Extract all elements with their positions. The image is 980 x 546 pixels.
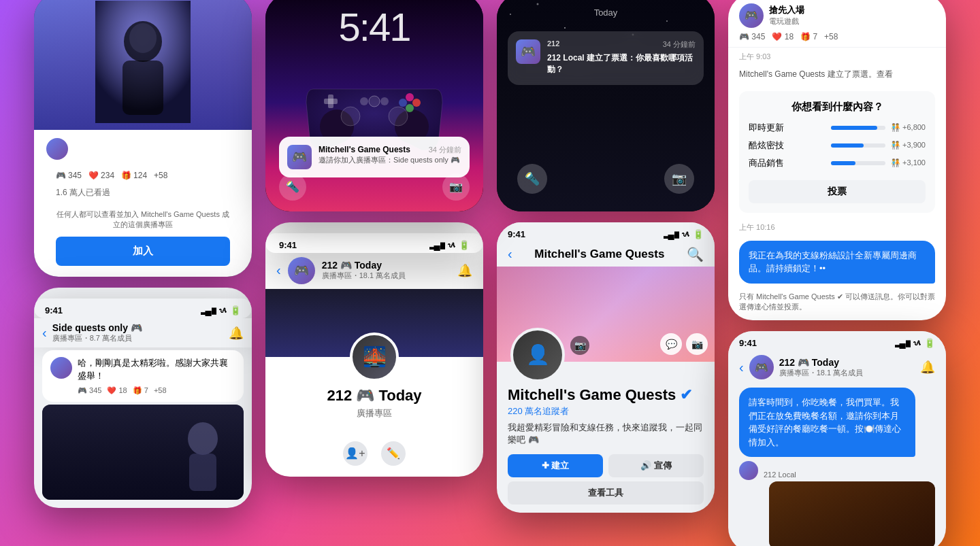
phone-col1-bottom: 9:41 ▂▄▆ ᝰ 🔋 ‹ Side quests only 🎮 廣播專區・8… [34,288,252,507]
search-icon-col3-bottom[interactable]: 🔍 [687,246,704,262]
rec-item-2: 酷炫密技 🧑‍🤝‍🧑 +3,900 [749,139,926,152]
back-btn-col3-bottom[interactable]: ‹ [508,246,512,262]
msg-channel-info-col4-bottom: 212 🎮 Today 廣播專區・18.1 萬名成員 [779,357,915,378]
heart-r: ❤️ 18 [772,32,794,41]
tools-button-col3-bottom[interactable]: 查看工具 [508,481,704,505]
msg-bubble-col4-top: 我正在為我的支線粉絲設計全新專屬周邊商品。請持續鎖定！•• [739,241,935,284]
timestamp1-col4-top: 上午 9:03 [728,48,946,66]
lock-notif-app-col3: 212 [547,39,559,50]
msg-channel-sub-col4-bottom: 廣播專區・18.1 萬名成員 [779,368,915,378]
svg-rect-9 [324,99,338,104]
dark-image-col4-bottom [769,481,935,546]
heart-reaction: ❤️ 234 [88,171,114,180]
bell-icon-col2-bottom[interactable]: 🔔 [457,263,472,278]
timestamp2-col4-top: 上午 10:16 [728,218,946,237]
back-btn-col4-bottom[interactable]: ‹ [739,360,744,375]
page-category-col4-top: 電玩遊戲 [769,16,804,27]
notif-title-col2: Mitchell's Game Quests [318,145,410,155]
add-member-icon[interactable]: 👤+ [343,441,368,466]
svg-point-15 [369,96,380,107]
channel-avatar-col4-bottom: 🎮 [749,355,774,379]
lock-screen-col3: Today 🎮 212 34 分鐘前 212 Local 建立了票選：你最喜歡哪… [497,0,715,211]
verified-badge-col3-bottom: ✔ [680,386,692,404]
create-button-col3-bottom[interactable]: ✚ 建立 [508,454,603,477]
svg-rect-2 [122,61,163,115]
join-button[interactable]: 加入 [56,237,230,266]
cover-action-btns-col3-bottom: 💬 📷 [660,333,708,355]
plus-reaction: +58 [154,171,167,180]
profile-pic-col3-bottom: 👤 [510,328,565,382]
reaction-bar: 🎮 345 ❤️ 234 🎁 124 +58 [45,165,241,186]
page-subtitle-col2-bottom: 廣播專區 [265,407,483,430]
time-col3-bottom: 9:41 [508,229,525,239]
time-col1-bottom: 9:41 [45,305,63,315]
lock-notif-time-col3: 34 分鐘前 [663,39,696,50]
rec-bar-container-2 [831,143,885,148]
svg-point-16 [380,97,389,105]
camera-icon[interactable]: 📷 [442,173,470,201]
channel-header-col2-bottom: ‹ 🎮 212 🎮 Today 廣播專區・18.1 萬名成員 🔔 [265,253,483,289]
svg-point-3 [129,23,157,53]
edit-icon[interactable]: ✏️ [381,441,406,466]
gamepad-r: 🎮 345 [739,32,765,41]
msg-nav-col4-bottom: ‹ 🎮 212 🎮 Today 廣播專區・18.1 萬名成員 🔔 [728,351,946,383]
vote-button-col4-top[interactable]: 投票 [749,180,926,203]
lock-notif-title-col3: 212 Local 建立了票選：你最喜歡哪項活動？ [547,52,696,75]
phone-col2-bottom: 9:41 ▂▄▆ ᝰ 🔋 ‹ 🎮 212 🎮 Today 廣播專區・18.1 萬… [265,222,483,477]
rec-count-1: 🧑‍🤝‍🧑 +6,800 [891,123,926,132]
back-btn-col2-bottom[interactable]: ‹ [276,262,281,278]
page-avatar-col4-top: 🎮 [739,3,764,28]
msg-received-content-col4-bottom [728,480,946,546]
bio-text-col3-bottom: 我超愛精彩冒險和支線任務，快來追蹤我，一起同樂吧 🎮 [508,422,704,446]
status-bar-col3-bottom: 9:41 ▂▄▆ ᝰ 🔋 [497,222,715,242]
channel-info-col1-bottom: Side quests only 🎮 廣播專區・8.7 萬名成員 [52,322,223,343]
rec-bar-1 [831,126,877,130]
phone-col1-top: 🎮 345 ❤️ 234 🎁 124 +58 1.6 萬人已看過 任何人都可以查… [34,0,252,277]
chat-heart: ❤️ 18 [107,386,127,395]
photo-icon-col3-bottom[interactable]: 📷 [686,333,708,355]
back-button-col1-bottom[interactable]: ‹ [42,325,47,341]
phone-col2-top: 5:41 [265,0,483,211]
svg-point-12 [412,99,421,107]
notification-card-col2: 🎮 Mitchell's Game Quests 34 分鐘前 邀請你加入廣播專… [279,137,470,177]
signal-icons-col1-bottom: ▂▄▆ ᝰ 🔋 [201,305,241,315]
svg-point-13 [406,104,414,112]
profile-page-name-col3-bottom: Mitchell's Game Quests ✔ [508,386,704,404]
sender-avatar-col4-bottom [739,461,758,480]
lock-flashlight-icon[interactable]: 🔦 [517,164,547,194]
lock-camera-icon[interactable]: 📷 [664,164,694,194]
rec-card-title-col4-top: 你想看到什麼內容？ [749,101,926,114]
svg-point-25 [666,20,668,22]
plus-r: +58 [824,32,838,41]
profile-info-col3-bottom: Mitchell's Game Quests ✔ 220 萬名追蹤者 我超愛精彩… [497,362,715,513]
rec-item-3: 商品銷售 🧑‍🤝‍🧑 +3,100 [749,157,926,169]
rec-bar-2 [831,143,864,148]
msg-channel-name-col4-bottom: 212 🎮 Today [779,357,839,368]
rec-bar-container-1 [831,126,885,130]
chat-gamepad: 🎮 345 [78,386,101,395]
svg-point-17 [341,107,360,126]
promote-button-col3-bottom[interactable]: 🔊 宣傳 [608,454,704,477]
lock-time-col2: 5:41 [339,4,410,50]
channel-members-col2-bottom: 廣播專區・18.1 萬名成員 [322,271,451,281]
video-icon-col3-bottom[interactable]: 💬 [660,333,682,355]
rec-count-3: 🧑‍🤝‍🧑 +3,100 [891,158,926,167]
signal-icons-col3-bottom: ▂▄▆ ᝰ 🔋 [664,229,704,239]
chat-reactions-col1-bottom: 🎮 345 ❤️ 18 🎁 7 +58 [78,386,235,395]
time-col2-bottom: 9:41 [279,240,297,250]
svg-point-20 [537,3,539,5]
page-action-icons-col2-bottom: 👤+ ✏️ [265,441,483,477]
bell-icon-col1-bottom[interactable]: 🔔 [229,326,244,341]
chat-gift: 🎁 7 [133,386,148,395]
rec-item-1: 即時更新 🧑‍🤝‍🧑 +6,800 [749,122,926,134]
camera-overlay-icon[interactable]: 📷 [570,336,589,355]
status-bar-col4-bottom: 9:41 ▂▄▆ ᝰ 🔋 [728,331,946,351]
lock-bottom-bar-col3: 🔦 📷 [497,157,715,201]
lock-actions-col2: 🔦 📷 [279,173,470,201]
lock-notif-icon-col3: 🎮 [516,39,540,64]
bell-icon-col4-bottom[interactable]: 🔔 [920,360,935,375]
gamer-silhouette [34,0,252,130]
flashlight-icon[interactable]: 🔦 [279,173,306,201]
status-bar-col1-bottom: 9:41 ▂▄▆ ᝰ 🔋 [34,298,252,318]
svg-point-4 [188,422,218,455]
